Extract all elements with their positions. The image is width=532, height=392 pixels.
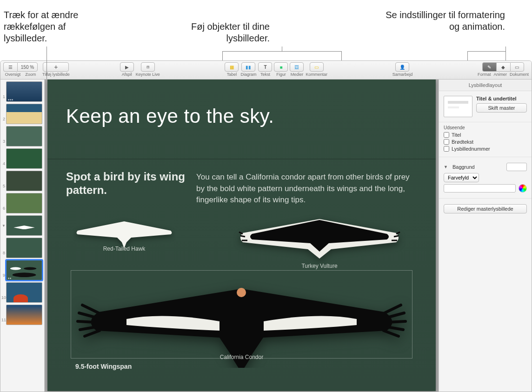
background-swatch[interactable] xyxy=(506,163,527,171)
text-label: Tekst xyxy=(260,72,270,77)
disclosure-7[interactable]: ▼ xyxy=(1,215,6,228)
edit-master-button[interactable]: Rediger masterlysbillede xyxy=(444,204,527,213)
play-icon: ▶ xyxy=(125,65,129,70)
keynote-window: ☰ 150 % Oversigt Zoom + Tilføj lysbilled… xyxy=(0,60,532,392)
collaborate-label: Samarbejd xyxy=(392,72,413,77)
slide: Keep an eye to the sky. Spot a bird by i… xyxy=(47,80,436,391)
slide-thumb-11[interactable] xyxy=(6,305,42,325)
slide-title[interactable]: Keep an eye to the sky. xyxy=(66,105,274,127)
diamond-icon: ◆ xyxy=(501,65,505,70)
chart-icon: ▮▮ xyxy=(246,65,251,70)
text-button[interactable]: T xyxy=(258,62,272,72)
zoom-button[interactable]: 150 % xyxy=(17,62,38,72)
paintbrush-icon: ✎ xyxy=(487,65,491,70)
bird-vulture-label: Turkey Vulture xyxy=(233,263,406,269)
slidenum-checkbox[interactable]: Lysbillednummer xyxy=(444,146,527,152)
inspector-header: Lysbilledlayout xyxy=(439,80,532,91)
play-label: Afspil xyxy=(122,72,132,77)
layout-title: Titel & undertitel xyxy=(476,96,527,101)
slide-canvas[interactable]: Keep an eye to the sky. Spot a bird by i… xyxy=(45,80,439,392)
person-plus-icon: 👤 xyxy=(399,65,405,70)
wingspan-label: 9.5-foot Wingspan xyxy=(75,363,132,370)
media-label: Medier xyxy=(291,72,304,77)
media-icon: 🖼 xyxy=(294,65,299,70)
svg-point-3 xyxy=(237,288,246,297)
collaborate-button[interactable]: 👤 xyxy=(395,62,409,72)
broadcast-icon: ⧆ xyxy=(146,64,149,70)
shape-icon: ■ xyxy=(279,65,282,70)
table-icon: ▦ xyxy=(230,65,234,70)
comment-button[interactable]: ▭ xyxy=(310,62,324,72)
bird-condor-label: California Condor xyxy=(71,354,412,360)
play-button[interactable]: ▶ xyxy=(120,62,134,72)
plus-icon: + xyxy=(54,63,58,71)
svg-point-1 xyxy=(24,267,36,270)
keynote-live-button[interactable]: ⧆ xyxy=(141,62,155,72)
slide-thumb-9[interactable] xyxy=(6,260,42,280)
layout-thumbnail[interactable] xyxy=(444,96,472,117)
chart-button[interactable]: ▮▮ xyxy=(241,62,255,72)
keynote-live-label: Keynote Live xyxy=(136,72,160,77)
slide-thumb-7[interactable] xyxy=(6,215,42,236)
bird-hawk[interactable]: Red-Tailed Hawk xyxy=(73,217,175,252)
chart-label: Diagram xyxy=(240,72,256,77)
animate-tab[interactable]: ◆ xyxy=(496,62,510,72)
comment-icon: ▭ xyxy=(314,65,319,70)
body-checkbox[interactable]: Brødtekst xyxy=(444,139,527,145)
callout-objects: Føj objekter til dine lysbilleder. xyxy=(167,21,270,44)
shape-label: Figur xyxy=(276,72,286,77)
slide-thumb-10[interactable] xyxy=(6,282,42,303)
title-checkbox[interactable]: Titel xyxy=(444,132,527,138)
table-button[interactable]: ▦ xyxy=(225,62,239,72)
format-label: Format xyxy=(478,72,491,77)
svg-point-2 xyxy=(13,272,36,277)
inspector: Lysbilledlayout Titel & undertitel Skift… xyxy=(439,80,532,392)
slide-thumb-5[interactable] xyxy=(6,171,42,191)
slide-thumb-8[interactable] xyxy=(6,238,42,258)
slide-thumb-6[interactable] xyxy=(6,193,42,213)
slide-thumb-1[interactable] xyxy=(6,81,42,102)
animate-label: Animer xyxy=(493,72,507,77)
slide-navigator[interactable]: 1 2 3 4 5 6 ▼ 8 9 10 11 xyxy=(0,80,45,392)
view-button[interactable]: ☰ xyxy=(3,62,17,72)
zoom-label: Zoom xyxy=(25,72,36,77)
svg-point-0 xyxy=(10,267,21,270)
color-picker-button[interactable] xyxy=(519,184,527,193)
toolbar: ☰ 150 % Oversigt Zoom + Tilføj lysbilled… xyxy=(0,61,532,80)
background-label: Baggrund xyxy=(452,164,504,170)
document-icon: ▭ xyxy=(515,65,519,70)
document-label: Dokument xyxy=(510,72,529,77)
comment-label: Kommentar xyxy=(306,72,327,77)
background-disclosure[interactable]: ▼ xyxy=(444,165,448,169)
bird-condor[interactable]: California Condor xyxy=(71,275,412,360)
table-label: Tabel xyxy=(227,72,237,77)
oversigt-label: Oversigt xyxy=(5,72,21,77)
format-tab[interactable]: ✎ xyxy=(482,62,496,72)
slide-thumb-3[interactable] xyxy=(6,126,42,146)
text-icon: T xyxy=(264,65,266,70)
document-tab[interactable]: ▭ xyxy=(510,62,524,72)
slide-subtitle[interactable]: Spot a bird by its wing pattern. xyxy=(66,170,187,197)
slide-body-text[interactable]: You can tell a California condor apart f… xyxy=(196,172,415,206)
slide-thumb-4[interactable] xyxy=(6,148,42,169)
bird-hawk-label: Red-Tailed Hawk xyxy=(73,246,175,252)
slide-thumb-2[interactable] xyxy=(6,104,42,124)
view-icon: ☰ xyxy=(8,65,13,70)
shape-button[interactable]: ■ xyxy=(274,62,288,72)
media-button[interactable]: 🖼 xyxy=(290,62,304,72)
callout-format: Se indstillinger til formatering og anim… xyxy=(375,9,505,33)
fill-type-select[interactable]: Farvefyld xyxy=(444,173,479,182)
change-master-button[interactable]: Skift master xyxy=(476,103,527,113)
appearance-label: Udseende xyxy=(444,125,527,130)
fill-color-swatch[interactable] xyxy=(444,184,516,193)
callout-reorder: Træk for at ændre rækkefølgen af lysbill… xyxy=(4,9,111,44)
bird-vulture[interactable]: Turkey Vulture xyxy=(233,214,406,269)
